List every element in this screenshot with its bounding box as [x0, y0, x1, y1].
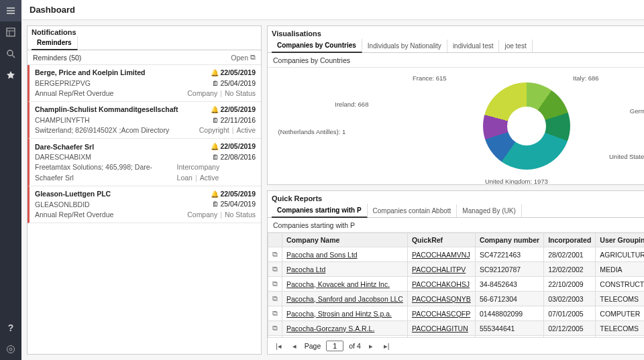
table-row[interactable]: ⧉Pacocha and Sons LtdPACOCHAAMVNJSC47221…: [268, 247, 645, 262]
table-row[interactable]: ⧉Pacocha LtdPACOCHALITPVSC9212078712/02/…: [268, 262, 645, 277]
notif-status: Company|No Status: [187, 210, 256, 220]
page-title: Dashboard: [21, 0, 644, 20]
notif-ref: CHAMPLINYFTH: [35, 115, 90, 125]
notification-item[interactable]: Gleason-Luettgen PLC🔔22/05/2019GLEASONLB…: [28, 186, 261, 223]
tab-individuals-nationality[interactable]: Individuals by Nationality: [362, 40, 447, 52]
svg-point-2: [7, 346, 15, 353]
quickref-link[interactable]: PACOCHAGITUN: [412, 324, 468, 333]
calendar-icon: 🗓: [212, 117, 219, 124]
row-open-icon[interactable]: ⧉: [268, 262, 282, 277]
row-open-icon[interactable]: ⧉: [268, 292, 282, 306]
notif-bell-date: 🔔22/05/2019: [211, 68, 256, 78]
chart-label-france: France: 615: [413, 74, 447, 82]
notifications-panel: Notifications Reminders Reminders (50) O…: [27, 25, 262, 355]
notif-cal-date: 🗓25/04/2019: [212, 78, 256, 89]
quickref-link[interactable]: PACOCHAKOHSJ: [412, 280, 470, 288]
chart-label-ireland: Ireland: 668: [335, 101, 368, 108]
notification-item[interactable]: Champlin-Schulist Kommanditgesellschaft🔔…: [28, 102, 261, 139]
notif-ref: DARESCHABIXM: [35, 152, 91, 162]
help-icon[interactable]: ?: [0, 317, 21, 339]
notif-status: Company|No Status: [187, 88, 256, 99]
notif-company: Dare-Schaefer Srl: [35, 142, 94, 152]
pager-prev[interactable]: ◂: [290, 342, 299, 350]
table-row[interactable]: ⧉Pacocha, Strosin and Hintz S.p.a.PACOCH…: [268, 306, 645, 321]
notification-item[interactable]: Dare-Schaefer Srl🔔22/05/2019DARESCHABIXM…: [28, 139, 261, 186]
row-open-icon[interactable]: ⧉: [268, 277, 282, 292]
bell-icon: 🔔: [211, 190, 219, 198]
reminders-count: Reminders (50): [33, 54, 81, 62]
star-icon[interactable]: [0, 64, 21, 86]
notif-ref: GLEASONLBDID: [35, 200, 90, 210]
company-name-link[interactable]: Pacocha Ltd: [286, 265, 325, 274]
dashboard-icon[interactable]: [0, 21, 21, 43]
table-header[interactable]: User Grouping: [596, 233, 644, 247]
notif-company: Champlin-Schulist Kommanditgesellschaft: [35, 105, 178, 115]
table-header[interactable]: Company Name: [282, 233, 408, 247]
svg-point-1: [7, 50, 13, 56]
pager-first[interactable]: |◂: [273, 342, 284, 350]
quickref-link[interactable]: PACOCHASCQFP: [412, 310, 470, 318]
vis-subheader: Companies by Countries: [273, 56, 350, 64]
notif-note: Switzerland; 826\914502X ;Acom Directory: [35, 125, 169, 135]
settings-icon[interactable]: [0, 339, 21, 360]
pager-page-label: Page: [305, 342, 321, 350]
external-icon: ⧉: [250, 53, 256, 62]
chart-label-italy: Italy: 686: [573, 74, 599, 82]
pager-next[interactable]: ▸: [366, 342, 376, 350]
notifications-title: Notifications: [32, 28, 257, 36]
bell-icon: 🔔: [211, 143, 219, 150]
company-name-link[interactable]: Pacocha, Sanford and Jacobson LLC: [286, 295, 403, 303]
company-name-link[interactable]: Pacocha, Strosin and Hintz S.p.a.: [286, 310, 392, 318]
tab-joe-test[interactable]: joe test: [499, 40, 532, 52]
row-open-icon[interactable]: ⧉: [268, 247, 282, 262]
notif-company: Gleason-Luettgen PLC: [35, 189, 111, 199]
notif-note: Freetamtax Solutions; 465,998; Dare-Scha…: [35, 162, 177, 182]
reports-table: Company NameQuickRefCompany numberIncorp…: [268, 233, 644, 337]
pager-of: of 4: [349, 342, 361, 350]
notif-cal-date: 🗓25/04/2019: [212, 199, 256, 210]
visualisations-panel: Visualisations ⋮ Companies by Countries …: [267, 25, 644, 185]
row-open-icon[interactable]: ⧉: [268, 321, 282, 336]
table-header[interactable]: Incorporated: [544, 233, 596, 247]
quickref-link[interactable]: PACOCHAAMVNJ: [412, 251, 470, 259]
notif-company: Berge, Price and Koelpin Limited: [35, 68, 146, 78]
table-row[interactable]: ⧉Pacocha-Gorczany S.A.R.L.PACOCHAGITUN55…: [268, 321, 645, 336]
tab-individual-test[interactable]: individual test: [447, 40, 500, 52]
pager: |◂ ◂ Page of 4 ▸ ▸| 1 - 50 of 181 items: [268, 337, 644, 354]
table-row[interactable]: ⧉Pacocha, Sanford and Jacobson LLCPACOCH…: [268, 292, 645, 306]
tab-managed-uk[interactable]: Managed By (UK): [457, 204, 521, 217]
calendar-icon: 🗓: [212, 154, 219, 161]
search-icon[interactable]: [0, 43, 21, 64]
pager-page-input[interactable]: [326, 341, 343, 351]
quickref-link[interactable]: PACOCHALITPV: [412, 265, 466, 274]
chart-label-uk: United Kingdom: 1973: [485, 178, 548, 185]
donut-chart: Italy: 686 Germany: 670 United States: 6…: [268, 68, 644, 184]
notif-bell-date: 🔔22/05/2019: [211, 141, 256, 152]
company-name-link[interactable]: Pacocha and Sons Ltd: [286, 251, 358, 259]
company-name-link[interactable]: Pacocha-Gorczany S.A.R.L.: [286, 324, 374, 333]
notif-note: Annual Rep/Ret Overdue: [35, 210, 113, 220]
notification-item[interactable]: Berge, Price and Koelpin Limited🔔22/05/2…: [28, 65, 261, 102]
calendar-icon: 🗓: [212, 200, 219, 208]
table-row[interactable]: ⧉Pacocha, Kovacek and Hintz Inc.PACOCHAK…: [268, 277, 645, 292]
notif-cal-date: 🗓22/08/2016: [212, 152, 256, 163]
tab-companies-p[interactable]: Companies starting with P: [272, 204, 368, 218]
tab-companies-countries[interactable]: Companies by Countries: [272, 39, 362, 53]
tab-reminders[interactable]: Reminders: [32, 36, 78, 50]
menu-icon[interactable]: [0, 0, 21, 21]
company-name-link[interactable]: Pacocha, Kovacek and Hintz Inc.: [286, 280, 390, 288]
table-header[interactable]: QuickRef: [407, 233, 475, 247]
notif-ref: BERGEPRIZPVG: [35, 78, 91, 88]
calendar-icon: 🗓: [212, 80, 219, 87]
notif-status: Intercompany Loan|Active: [177, 162, 256, 182]
tab-companies-abbott[interactable]: Companies contain Abbott: [368, 204, 458, 217]
notif-status: Copyright|Active: [199, 125, 256, 135]
svg-rect-0: [7, 28, 15, 36]
notifications-open[interactable]: Open ⧉: [231, 53, 256, 62]
pager-last[interactable]: ▸|: [381, 342, 392, 350]
chart-label-us: United States: 653: [609, 153, 644, 160]
row-open-icon[interactable]: ⧉: [268, 306, 282, 321]
quickref-link[interactable]: PACOCHASQNYB: [412, 295, 471, 303]
table-header[interactable]: Company number: [475, 233, 543, 247]
notif-bell-date: 🔔22/05/2019: [211, 189, 256, 200]
